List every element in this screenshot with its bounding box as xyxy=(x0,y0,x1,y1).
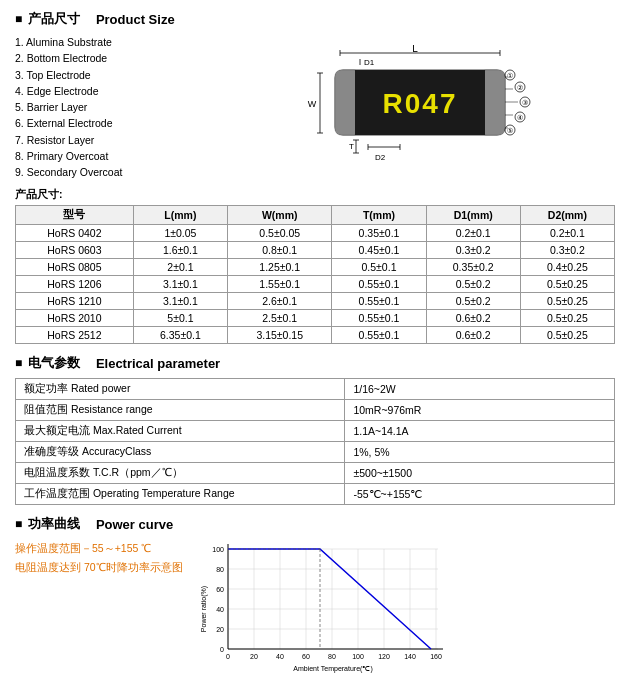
product-size-table: 型号 L(mm) W(mm) T(mm) D1(mm) D2(mm) HoRS … xyxy=(15,205,615,344)
param-label: 准确度等级 AccuracyClass xyxy=(16,442,345,463)
svg-text:③: ③ xyxy=(522,99,528,106)
table-cell: HoRS 0603 xyxy=(16,242,134,259)
col-header-t: T(mm) xyxy=(332,206,426,225)
table-cell: HoRS 0805 xyxy=(16,259,134,276)
table-cell: 0.5±0.25 xyxy=(520,293,614,310)
param-label: 电阻温度系数 T.C.R（ppm／℃） xyxy=(16,463,345,484)
col-header-d2: D2(mm) xyxy=(520,206,614,225)
table-cell: 1±0.05 xyxy=(133,225,227,242)
product-size-title-zh: 产品尺寸 xyxy=(28,10,80,28)
table-cell: 3.1±0.1 xyxy=(133,276,227,293)
table-cell: 0.5±0.1 xyxy=(332,259,426,276)
svg-text:80: 80 xyxy=(328,653,336,660)
table-cell: 1.25±0.1 xyxy=(228,259,332,276)
col-header-d1: D1(mm) xyxy=(426,206,520,225)
dimensions-label: 产品尺寸: xyxy=(15,188,615,202)
table-cell: 6.35±0.1 xyxy=(133,327,227,344)
param-row: 工作温度范围 Operating Temperature Range-55℃~+… xyxy=(16,484,615,505)
resistor-diagram-svg: L D1 R047 W xyxy=(260,45,540,170)
table-row: HoRS 04021±0.050.5±0.050.35±0.10.2±0.10.… xyxy=(16,225,615,242)
list-item: 5. Barrier Layer xyxy=(15,99,175,115)
table-cell: 1.55±0.1 xyxy=(228,276,332,293)
product-size-inner: 1. Alumina Substrate 2. Bottom Electrode… xyxy=(15,34,615,180)
table-cell: HoRS 1206 xyxy=(16,276,134,293)
table-cell: 2.6±0.1 xyxy=(228,293,332,310)
svg-text:Power ratio(%): Power ratio(%) xyxy=(200,586,208,632)
power-curve-text1: 操作温度范围－55～+155 ℃ xyxy=(15,539,183,558)
param-label: 额定功率 Rated power xyxy=(16,379,345,400)
table-cell: HoRS 2010 xyxy=(16,310,134,327)
param-row: 电阻温度系数 T.C.R（ppm／℃）±500~±1500 xyxy=(16,463,615,484)
svg-text:100: 100 xyxy=(212,546,224,553)
list-item: 9. Secondary Overcoat xyxy=(15,164,175,180)
svg-text:0: 0 xyxy=(220,646,224,653)
power-curve-chart: 100 80 60 40 20 0 0 20 40 60 80 100 120 … xyxy=(198,539,458,669)
svg-text:W: W xyxy=(308,99,317,109)
param-value: 10mR~976mR xyxy=(345,400,615,421)
table-row: HoRS 20105±0.12.5±0.10.55±0.10.6±0.20.5±… xyxy=(16,310,615,327)
product-size-section: 产品尺寸 Product Size 1. Alumina Substrate 2… xyxy=(15,10,615,344)
resistor-diagram-area: L D1 R047 W xyxy=(185,34,615,180)
list-item: 1. Alumina Substrate xyxy=(15,34,175,50)
table-cell: 0.6±0.2 xyxy=(426,327,520,344)
table-row: HoRS 25126.35±0.13.15±0.150.55±0.10.6±0.… xyxy=(16,327,615,344)
table-row: HoRS 12103.1±0.12.6±0.10.55±0.10.5±0.20.… xyxy=(16,293,615,310)
power-curve-inner: 操作温度范围－55～+155 ℃ 电阻温度达到 70℃时降功率示意图 xyxy=(15,539,615,669)
svg-text:Ambient Temperature(℃): Ambient Temperature(℃) xyxy=(293,665,372,673)
electrical-title: 电气参数 Electrical parameter xyxy=(15,354,615,372)
list-item: 2. Bottom Electrode xyxy=(15,50,175,66)
svg-text:①: ① xyxy=(507,72,513,79)
table-cell: 0.35±0.1 xyxy=(332,225,426,242)
svg-text:140: 140 xyxy=(404,653,416,660)
table-row: HoRS 06031.6±0.10.8±0.10.45±0.10.3±0.20.… xyxy=(16,242,615,259)
table-cell: 0.5±0.25 xyxy=(520,310,614,327)
param-label: 工作温度范围 Operating Temperature Range xyxy=(16,484,345,505)
power-curve-title-zh: 功率曲线 xyxy=(28,515,80,533)
table-cell: 0.5±0.2 xyxy=(426,276,520,293)
table-cell: 5±0.1 xyxy=(133,310,227,327)
power-curve-section: 功率曲线 Power curve 操作温度范围－55～+155 ℃ 电阻温度达到… xyxy=(15,515,615,669)
col-header-w: W(mm) xyxy=(228,206,332,225)
table-cell: 1.6±0.1 xyxy=(133,242,227,259)
svg-text:40: 40 xyxy=(216,606,224,613)
table-cell: 0.3±0.2 xyxy=(520,242,614,259)
table-cell: 0.2±0.1 xyxy=(520,225,614,242)
list-item: 3. Top Electrode xyxy=(15,67,175,83)
param-value: -55℃~+155℃ xyxy=(345,484,615,505)
table-cell: 0.2±0.1 xyxy=(426,225,520,242)
table-cell: 0.45±0.1 xyxy=(332,242,426,259)
svg-text:80: 80 xyxy=(216,566,224,573)
svg-text:D2: D2 xyxy=(375,153,386,162)
power-curve-title-en: Power curve xyxy=(96,517,173,532)
list-item: 4. Edge Electrode xyxy=(15,83,175,99)
table-cell: HoRS 1210 xyxy=(16,293,134,310)
table-cell: 3.1±0.1 xyxy=(133,293,227,310)
svg-text:0: 0 xyxy=(226,653,230,660)
param-label: 最大额定电流 Max.Rated Current xyxy=(16,421,345,442)
power-curve-text: 操作温度范围－55～+155 ℃ 电阻温度达到 70℃时降功率示意图 xyxy=(15,539,183,577)
table-cell: HoRS 0402 xyxy=(16,225,134,242)
table-cell: 0.55±0.1 xyxy=(332,327,426,344)
table-cell: 0.5±0.25 xyxy=(520,327,614,344)
table-cell: 0.5±0.05 xyxy=(228,225,332,242)
electrical-title-en: Electrical parameter xyxy=(96,356,220,371)
table-cell: 0.5±0.25 xyxy=(520,276,614,293)
param-value: 1.1A~14.1A xyxy=(345,421,615,442)
power-curve-text2: 电阻温度达到 70℃时降功率示意图 xyxy=(15,558,183,577)
param-table: 额定功率 Rated power1/16~2W阻值范围 Resistance r… xyxy=(15,378,615,505)
table-cell: 0.6±0.2 xyxy=(426,310,520,327)
table-cell: 0.3±0.2 xyxy=(426,242,520,259)
product-size-title-en: Product Size xyxy=(96,12,175,27)
table-cell: 2±0.1 xyxy=(133,259,227,276)
svg-text:②: ② xyxy=(517,84,523,91)
electrical-section: 电气参数 Electrical parameter 额定功率 Rated pow… xyxy=(15,354,615,505)
table-row: HoRS 12063.1±0.11.55±0.10.55±0.10.5±0.20… xyxy=(16,276,615,293)
svg-text:120: 120 xyxy=(378,653,390,660)
table-cell: 0.8±0.1 xyxy=(228,242,332,259)
param-label: 阻值范围 Resistance range xyxy=(16,400,345,421)
table-cell: 0.35±0.2 xyxy=(426,259,520,276)
table-cell: 0.55±0.1 xyxy=(332,293,426,310)
table-cell: 3.15±0.15 xyxy=(228,327,332,344)
component-list: 1. Alumina Substrate 2. Bottom Electrode… xyxy=(15,34,175,180)
table-cell: 0.55±0.1 xyxy=(332,310,426,327)
